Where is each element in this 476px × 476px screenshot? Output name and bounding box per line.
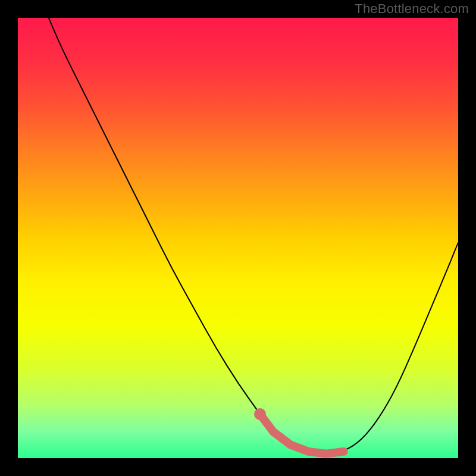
optimal-point-dot xyxy=(254,408,266,420)
chart-frame: TheBottleneck.com xyxy=(0,0,476,476)
watermark-text: TheBottleneck.com xyxy=(355,1,469,17)
gradient-background xyxy=(18,18,458,458)
chart-svg xyxy=(18,18,458,458)
plot-area xyxy=(18,18,458,458)
